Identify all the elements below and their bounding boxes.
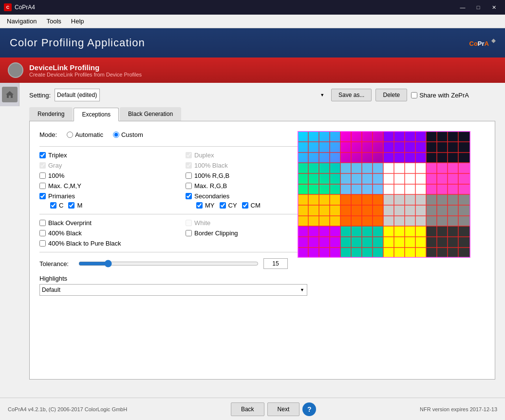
100-label: 100% — [48, 172, 64, 179]
titlebar: C CoPrA4 — □ ✕ — [0, 0, 505, 15]
tab-strip: Rendering Exceptions Black Generation — [29, 107, 495, 121]
highlights-section: Highlights Default — [39, 275, 485, 296]
highlights-select[interactable]: Default — [39, 284, 307, 296]
menubar: Navigation Tools Help — [0, 15, 505, 28]
setting-select-wrapper: Default (edited) — [55, 89, 327, 101]
100-checkbox[interactable] — [39, 172, 46, 179]
menu-help[interactable]: Help — [66, 16, 89, 27]
highlights-label-row: Highlights — [39, 275, 485, 282]
tolerance-label: Tolerance: — [39, 260, 74, 267]
secondaries-checkbox[interactable] — [186, 193, 192, 199]
home-icon — [5, 90, 14, 99]
nfr-label: NFR version expires 2017-12-13 — [420, 406, 497, 412]
black-overprint-label: Black Overprint — [48, 219, 92, 227]
black-overprint-checkbox[interactable] — [39, 220, 46, 226]
app-icon: C — [4, 3, 12, 11]
section-text: DeviceLink Profiling Create DeviceLink P… — [29, 63, 142, 77]
tab-content-exceptions: Mode: Automatic Custom Triplex — [29, 121, 495, 380]
check-gray: Gray — [39, 162, 186, 169]
secondaries-label: Secondaries — [194, 192, 229, 200]
100-black-checkbox[interactable] — [186, 162, 192, 169]
next-button[interactable]: Next — [267, 402, 300, 416]
primaries-group: Primaries C M — [39, 192, 186, 209]
section-icon — [8, 62, 23, 78]
maximize-button[interactable]: □ — [471, 2, 486, 12]
save-as-button[interactable]: Save as... — [331, 89, 372, 101]
setting-select[interactable]: Default (edited) — [55, 89, 100, 101]
help-button[interactable]: ? — [302, 402, 316, 416]
triplex-label: Triplex — [48, 152, 67, 159]
mode-automatic-option[interactable]: Automatic — [67, 131, 103, 138]
white-checkbox[interactable] — [186, 220, 192, 226]
cm-checkbox[interactable] — [242, 202, 248, 209]
check-400-black-pure: 400% Black to Pure Black — [39, 240, 186, 247]
border-clipping-checkbox[interactable] — [186, 230, 192, 236]
100-rgb-checkbox[interactable] — [186, 172, 192, 179]
back-button[interactable]: Back — [231, 402, 264, 416]
tab-exceptions[interactable]: Exceptions — [74, 108, 119, 121]
divider-3 — [39, 252, 312, 252]
menu-tools[interactable]: Tools — [41, 16, 66, 27]
delete-button[interactable]: Delete — [375, 89, 407, 101]
menu-navigation[interactable]: Navigation — [2, 16, 41, 27]
sidebar — [0, 83, 19, 106]
max-cmy-label: Max. C,M,Y — [48, 182, 81, 190]
duplex-checkbox[interactable] — [186, 152, 192, 158]
svg-rect-8 — [426, 163, 470, 194]
check-400-black: 400% Black — [39, 229, 186, 237]
exceptions-panel: Mode: Automatic Custom Triplex — [39, 131, 485, 296]
app-title: Color Profiling Application — [10, 37, 145, 49]
tab-rendering[interactable]: Rendering — [29, 107, 73, 121]
svg-rect-16 — [426, 226, 470, 258]
check-max-cmy: Max. C,M,Y — [39, 182, 186, 190]
mode-automatic-radio[interactable] — [67, 132, 73, 138]
copyright: CoPrA4 v4.2.1b, (C) 2006-2017 ColorLogic… — [8, 406, 127, 412]
gray-label: Gray — [48, 162, 62, 169]
check-cy[interactable]: CY — [220, 202, 237, 209]
max-rgb-checkbox[interactable] — [186, 183, 192, 189]
c-checkbox[interactable] — [50, 202, 56, 209]
window-title: CoPrA4 — [15, 4, 455, 11]
close-button[interactable]: ✕ — [486, 2, 501, 12]
max-cmy-checkbox[interactable] — [39, 183, 46, 189]
logo: CoPrA ◆ — [469, 38, 495, 48]
header: Color Profiling Application CoPrA ◆ — [0, 28, 505, 57]
my-checkbox[interactable] — [196, 202, 203, 209]
duplex-label: Duplex — [194, 152, 214, 159]
c-label: C — [59, 202, 63, 209]
color-grid-svg — [298, 131, 470, 258]
400-black-checkbox[interactable] — [39, 230, 46, 236]
check-my[interactable]: MY — [196, 202, 215, 209]
triplex-checkbox[interactable] — [39, 152, 46, 158]
max-rgb-label: Max. R,G,B — [194, 182, 227, 190]
m-checkbox[interactable] — [68, 202, 75, 209]
share-checkbox-label: Share with ZePrA — [411, 92, 469, 99]
svg-rect-4 — [426, 131, 470, 163]
primaries-label: Primaries — [48, 192, 75, 200]
tolerance-value[interactable] — [263, 258, 288, 269]
mode-custom-option[interactable]: Custom — [113, 131, 143, 138]
cy-checkbox[interactable] — [220, 202, 226, 209]
400-black-pure-label: 400% Black to Pure Black — [48, 240, 121, 247]
check-black-overprint: Black Overprint — [39, 219, 186, 227]
check-cm[interactable]: CM — [242, 202, 261, 209]
section-title: DeviceLink Profiling — [29, 63, 142, 72]
check-c[interactable]: C — [50, 202, 63, 209]
home-button[interactable] — [2, 87, 18, 102]
gray-checkbox[interactable] — [39, 162, 46, 169]
minimize-button[interactable]: — — [455, 2, 470, 12]
cm-label: CM — [251, 202, 261, 209]
mode-custom-radio[interactable] — [113, 132, 119, 138]
tolerance-row: Tolerance: — [39, 258, 485, 269]
highlights-select-wrapper: Default — [39, 284, 307, 296]
primaries-checkbox[interactable] — [39, 193, 46, 199]
highlights-label: Highlights — [39, 275, 67, 282]
check-100: 100% — [39, 172, 186, 179]
setting-label: Setting: — [29, 92, 51, 99]
check-m[interactable]: M — [68, 202, 82, 209]
tab-black-generation[interactable]: Black Generation — [120, 107, 181, 121]
tolerance-slider[interactable] — [78, 260, 259, 267]
400-black-pure-checkbox[interactable] — [39, 240, 46, 247]
color-grid-container — [298, 131, 470, 258]
share-checkbox[interactable] — [411, 92, 417, 98]
